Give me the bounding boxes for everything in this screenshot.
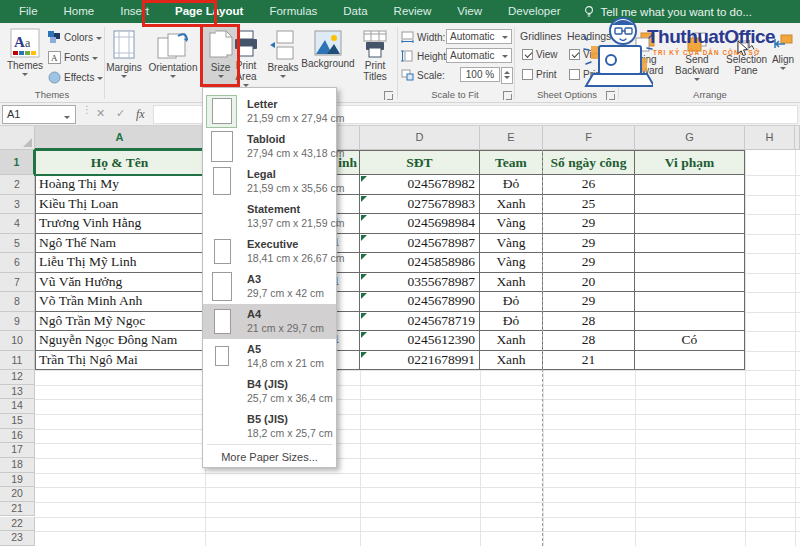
tab-review[interactable]: Review [381,0,445,23]
row-header-3[interactable]: 3 [0,195,35,215]
headings-view-checkbox[interactable]: View [569,49,605,60]
cell-G3[interactable] [635,195,745,215]
cell-E5[interactable]: Vàng [480,234,543,254]
gridlines-view-checkbox[interactable]: View [522,49,558,60]
column-header-e[interactable]: E [480,126,543,150]
cell-D10[interactable]: 0245612390 [360,331,480,351]
cell-E7[interactable]: Xanh [480,273,543,293]
paper-size-a4[interactable]: A421 cm x 29,7 cm [203,304,336,339]
tab-file[interactable]: File [6,0,51,23]
cell-E11[interactable]: Xanh [480,351,543,371]
tab-home[interactable]: Home [51,0,108,23]
cell-E2[interactable]: Đỏ [480,175,543,195]
cell-D4[interactable]: 0245698984 [360,214,480,234]
row-header-1[interactable]: 1 [0,150,35,175]
row-header-15[interactable]: 15 [0,414,35,429]
insert-function-icon[interactable]: fx [136,107,145,122]
row-header-20[interactable]: 20 [0,487,35,502]
paper-size-b4-jis-[interactable]: B4 (JIS)25,7 cm x 36,4 cm [203,374,336,409]
cell-D2[interactable]: 0245678982 [360,175,480,195]
cell-E10[interactable]: Xanh [480,331,543,351]
row-header-19[interactable]: 19 [0,473,35,488]
breaks-button[interactable]: Breaks [265,30,301,78]
gridlines-print-checkbox[interactable]: Print [522,69,557,80]
cell-F4[interactable]: 29 [543,214,635,234]
print-area-button[interactable]: Print Area [227,30,265,87]
cell-G1[interactable]: Vi phạm [635,150,745,175]
cell-G6[interactable] [635,253,745,273]
themes-button[interactable]: A a Themes [4,28,46,76]
cell-F7[interactable]: 20 [543,273,635,293]
selection-pane-button[interactable]: Selection Pane [726,32,766,76]
cell-A10[interactable]: Nguyễn Ngọc Đông Nam [35,331,205,351]
background-button[interactable]: Background [301,30,355,69]
cell-F11[interactable]: 21 [543,351,635,371]
checkbox-checked-icon[interactable] [522,49,533,60]
cell-F8[interactable]: 29 [543,292,635,312]
paper-size-legal[interactable]: Legal21,59 cm x 35,56 cm [203,164,336,199]
cell-E6[interactable]: Vàng [480,253,543,273]
scale-input[interactable]: 100 % [460,67,500,82]
cell-F3[interactable]: 25 [543,195,635,215]
cell-D5[interactable]: 0245678987 [360,234,480,254]
cell-A2[interactable]: Hoàng Thị My [35,175,205,195]
row-header-23[interactable]: 23 [0,531,35,546]
send-backward-button[interactable]: Send Backward [672,32,722,81]
cell-G2[interactable] [635,175,745,195]
tab-page-layout[interactable]: Page Layout [162,0,256,23]
row-header-8[interactable]: 8 [0,292,35,312]
tab-developer[interactable]: Developer [495,0,573,23]
print-titles-button[interactable]: Print Titles [355,30,395,82]
cell-A4[interactable]: Trương Vinh Hằng [35,214,205,234]
row-header-13[interactable]: 13 [0,385,35,400]
tab-data[interactable]: Data [330,0,380,23]
height-select[interactable]: Automatic [446,48,512,63]
column-header-a[interactable]: A [35,126,205,150]
name-box-splitter[interactable]: ⋮ [82,108,85,121]
row-header-6[interactable]: 6 [0,253,35,273]
spinner-up-icon[interactable] [504,71,510,74]
row-header-21[interactable]: 21 [0,502,35,517]
formula-enter-icon[interactable]: ✓ [116,107,125,120]
column-header-g[interactable]: G [635,126,745,150]
row-header-18[interactable]: 18 [0,458,35,473]
checkbox-unchecked-icon[interactable] [522,69,533,80]
sheet-options-dialog-launcher-icon[interactable] [606,91,615,100]
row-header-9[interactable]: 9 [0,312,35,332]
checkbox-checked-icon[interactable] [569,49,580,60]
page-setup-dialog-launcher-icon[interactable] [384,91,393,100]
row-header-2[interactable]: 2 [0,175,35,195]
cell-G4[interactable] [635,214,745,234]
paper-size-tabloid[interactable]: Tabloid27,94 cm x 43,18 cm [203,129,336,164]
name-box[interactable]: A1 [2,105,76,124]
paper-size-letter[interactable]: Letter21,59 cm x 27,94 cm [203,94,336,129]
row-header-5[interactable]: 5 [0,234,35,254]
column-header-d[interactable]: D [360,126,480,150]
scale-to-fit-dialog-launcher-icon[interactable] [503,91,512,100]
row-header-4[interactable]: 4 [0,214,35,234]
cell-D6[interactable]: 0245858986 [360,253,480,273]
orientation-button[interactable]: Orientation [146,30,200,78]
cell-F5[interactable]: 29 [543,234,635,254]
align-button[interactable]: Align [768,32,798,70]
cell-G10[interactable]: Có [635,331,745,351]
column-header-right-sliver[interactable] [795,126,800,150]
select-all-corner[interactable] [0,126,35,150]
more-paper-sizes-item[interactable]: More Paper Sizes... [203,447,336,467]
cell-E3[interactable]: Xanh [480,195,543,215]
cell-A9[interactable]: Ngô Trần Mỹ Ngọc [35,312,205,332]
cell-D11[interactable]: 0221678991 [360,351,480,371]
cell-D9[interactable]: 0245678719 [360,312,480,332]
row-header-11[interactable]: 11 [0,351,35,371]
cell-A3[interactable]: Kiều Thị Loan [35,195,205,215]
cell-A5[interactable]: Ngô Thế Nam [35,234,205,254]
tab-formulas[interactable]: Formulas [256,0,330,23]
cell-G8[interactable] [635,292,745,312]
cell-G11[interactable] [635,351,745,371]
cell-D8[interactable]: 0245678990 [360,292,480,312]
paper-size-b5-jis-[interactable]: B5 (JIS)18,2 cm x 25,7 cm [203,409,336,444]
row-header-10[interactable]: 10 [0,331,35,351]
row-header-17[interactable]: 17 [0,443,35,458]
margins-button[interactable]: Margins [102,30,146,78]
cell-E8[interactable]: Đỏ [480,292,543,312]
